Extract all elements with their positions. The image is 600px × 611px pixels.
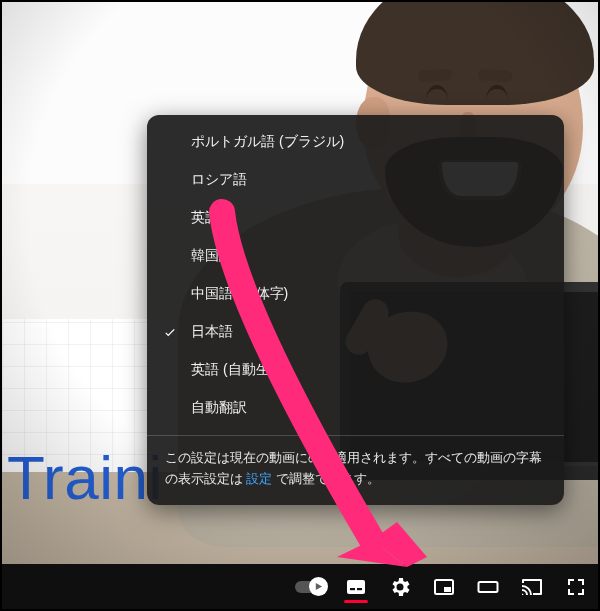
miniplayer-icon [432,575,456,599]
cast-button[interactable] [510,565,554,609]
video-player-region: n a s Traini ポルトガル語 (ブラジル)ロシア語英語韓国語中国語 (… [0,0,600,611]
svg-rect-1 [350,588,355,590]
svg-rect-5 [479,582,498,592]
language-option-label: 自動翻訳 [191,399,247,417]
fullscreen-button[interactable] [554,565,598,609]
check-icon [163,325,177,339]
language-option-label: 英語 [191,209,219,227]
subtitles-button[interactable] [334,565,378,609]
language-option-label: 中国語 (簡体字) [191,285,288,303]
language-option-label: ポルトガル語 (ブラジル) [191,133,344,151]
svg-rect-2 [357,588,362,590]
language-option-label: 韓国語 [191,247,233,265]
language-option-list: ポルトガル語 (ブラジル)ロシア語英語韓国語中国語 (簡体字)日本語英語 (自動… [147,115,564,431]
player-control-bar [2,564,598,609]
miniplayer-button[interactable] [422,565,466,609]
settings-button[interactable] [378,565,422,609]
language-option[interactable]: 韓国語 [147,237,564,275]
language-option[interactable]: 自動翻訳 [147,389,564,427]
language-option[interactable]: 英語 (自動生成) [147,351,564,389]
language-option[interactable]: ポルトガル語 (ブラジル) [147,123,564,161]
theater-icon [476,575,500,599]
video-frame: n a s Traini ポルトガル語 (ブラジル)ロシア語英語韓国語中国語 (… [0,0,600,611]
autoplay-toggle[interactable] [286,565,334,609]
theater-mode-button[interactable] [466,565,510,609]
subtitles-footer-note: この設定は現在の動画にのみ適用されます。すべての動画の字幕の表示設定は 設定 で… [147,436,564,505]
language-option[interactable]: 日本語 [147,313,564,351]
language-option-label: 英語 (自動生成) [191,361,288,379]
language-option[interactable]: 英語 [147,199,564,237]
subtitles-icon [344,575,368,599]
footer-note-suffix: で調整できます。 [272,472,379,486]
fullscreen-icon [564,575,588,599]
svg-rect-4 [444,587,451,592]
svg-rect-0 [347,580,365,594]
gear-icon [388,575,412,599]
cast-icon [520,575,544,599]
subtitle-settings-link[interactable]: 設定 [246,472,272,486]
language-option[interactable]: ロシア語 [147,161,564,199]
play-small-icon [314,582,323,591]
language-option-label: 日本語 [191,323,233,341]
language-option[interactable]: 中国語 (簡体字) [147,275,564,313]
subtitles-active-indicator [344,600,368,603]
subtitles-language-menu: ポルトガル語 (ブラジル)ロシア語英語韓国語中国語 (簡体字)日本語英語 (自動… [147,115,564,505]
language-option-label: ロシア語 [191,171,247,189]
